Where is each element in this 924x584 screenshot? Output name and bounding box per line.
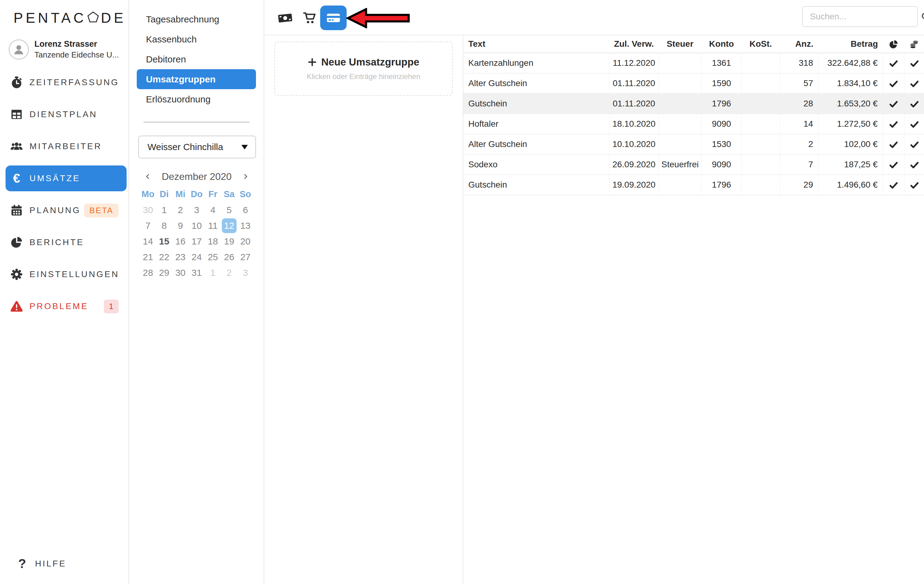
cell-kost: [741, 175, 780, 195]
calendar-next-button[interactable]: [238, 170, 254, 183]
cell-konto: 9090: [701, 154, 741, 175]
cell-text: Sodexo: [464, 154, 609, 175]
toolbar: [264, 0, 924, 35]
sidebar-item-dienstplan[interactable]: DIENSTPLAN: [5, 101, 127, 127]
calendar-day[interactable]: 17: [189, 233, 205, 249]
cash-payments-button[interactable]: [272, 5, 298, 30]
problem-count-badge: 1: [104, 299, 119, 313]
calendar-day[interactable]: 19: [221, 233, 237, 249]
calendar-day-selected[interactable]: 12: [221, 218, 237, 233]
submenu-list: TagesabrechnungKassenbuchDebitorenUmsatz…: [129, 9, 264, 109]
calendar-prev-button[interactable]: [140, 170, 156, 183]
sidebar-item-probleme[interactable]: PROBLEME1: [5, 293, 127, 319]
table-row[interactable]: Alter Gutschein10.10.202015302102,00 €: [464, 134, 924, 154]
table-row[interactable]: Gutschein01.11.20201796281.653,20 €: [464, 93, 924, 114]
calendar-day[interactable]: 2: [172, 202, 189, 218]
calendar-day[interactable]: 6: [237, 202, 254, 218]
sidebar-item-planung[interactable]: PLANUNGBETA: [5, 197, 127, 223]
cell-booked: [904, 73, 924, 93]
cell-zul_verw: 18.10.2020: [609, 114, 658, 134]
pentagon-icon: [86, 10, 100, 24]
cell-text: Gutschein: [464, 175, 609, 195]
sidebar-item-label: BERICHTE: [30, 237, 84, 247]
submenu-item-erloszuordnung[interactable]: Erlöszuordnung: [137, 89, 256, 109]
table-row[interactable]: Hoftaler18.10.20209090141.272,50 €: [464, 114, 924, 134]
cell-text: Alter Gutschein: [464, 134, 609, 154]
calendar-day[interactable]: 3: [189, 202, 205, 218]
calendar-day[interactable]: 28: [140, 265, 156, 280]
calendar-day[interactable]: 2: [221, 265, 237, 280]
sidebar-item-berichte[interactable]: BERICHTE: [5, 230, 127, 255]
new-umsatzgruppe-dropzone[interactable]: Neue Umsatzgruppe Klicken oder Einträge …: [274, 41, 453, 96]
check-icon: [910, 99, 919, 108]
calendar-day[interactable]: 29: [156, 265, 172, 280]
cart-button[interactable]: [297, 5, 322, 30]
weekday-label: So: [237, 186, 254, 202]
submenu-item-kassenbuch[interactable]: Kassenbuch: [137, 29, 256, 49]
table-row[interactable]: Gutschein19.09.20201796291.496,60 €: [464, 175, 924, 195]
calendar-day[interactable]: 30: [172, 265, 189, 280]
calendar-day[interactable]: 8: [156, 218, 172, 233]
calendar-day[interactable]: 30: [140, 202, 156, 218]
table-row[interactable]: Sodexo26.09.2020Steuerfrei90907187,25 €: [464, 154, 924, 175]
cell-konto: 1796: [701, 175, 741, 195]
calendar-day[interactable]: 5: [221, 202, 237, 218]
calendar-day[interactable]: 1: [205, 265, 221, 280]
money-bill-icon: [277, 12, 293, 24]
column-header-betrag: Betrag: [818, 35, 883, 53]
search-icon[interactable]: [921, 12, 924, 21]
column-header-text: Text: [464, 35, 609, 53]
calendar-day[interactable]: 16: [172, 233, 189, 249]
calendar-day[interactable]: 4: [205, 202, 221, 218]
sidebar-item-mitarbeiter[interactable]: MITARBEITER: [5, 134, 127, 159]
submenu-item-debitoren[interactable]: Debitoren: [137, 49, 256, 69]
submenu-item-tagesabrechnung[interactable]: Tagesabrechnung: [137, 9, 256, 29]
umsatz-table-pane: TextZul. Verw.SteuerKontoKoSt.Anz.Betrag…: [464, 35, 924, 584]
annotation-arrow-left-icon: [346, 8, 411, 28]
calendar-day[interactable]: 15: [156, 233, 172, 249]
cell-kost: [741, 73, 780, 93]
table-row[interactable]: Alter Gutschein01.11.20201590571.834,10 …: [464, 73, 924, 93]
check-icon: [910, 58, 919, 68]
group-select[interactable]: Weisser Chinchilla: [138, 136, 256, 158]
calendar-day[interactable]: 18: [205, 233, 221, 249]
calendar-day[interactable]: 27: [237, 249, 254, 265]
calendar-day[interactable]: 7: [140, 218, 156, 233]
calendar-day[interactable]: 1: [156, 202, 172, 218]
cell-betrag: 1.272,50 €: [818, 114, 883, 134]
calendar-day[interactable]: 9: [172, 218, 189, 233]
table-header-row: TextZul. Verw.SteuerKontoKoSt.Anz.Betrag: [464, 35, 924, 53]
calendar-day[interactable]: 21: [140, 249, 156, 265]
sidebar-item-label: PROBLEME: [30, 301, 89, 311]
sidebar-item-zeiterfassung[interactable]: ZEITERFASSUNG: [5, 69, 127, 95]
card-payments-button-selected[interactable]: [320, 5, 346, 30]
calendar-day[interactable]: 22: [156, 249, 172, 265]
calendar-day[interactable]: 14: [140, 233, 156, 249]
calendar-day[interactable]: 3: [237, 265, 254, 280]
calendar-day[interactable]: 20: [237, 233, 254, 249]
cell-anz: 318: [780, 53, 818, 73]
cell-booked: [904, 53, 924, 73]
table-row[interactable]: Kartenzahlungen11.12.20201361318322.642,…: [464, 53, 924, 73]
calendar-day[interactable]: 13: [237, 218, 254, 233]
calendar-day[interactable]: 10: [189, 218, 205, 233]
calendar-day[interactable]: 31: [189, 265, 205, 280]
user-profile[interactable]: Lorenz Strasser Tanzende Eidechse U...: [8, 39, 119, 60]
search-input[interactable]: [810, 12, 921, 22]
submenu-item-umsatzgruppen[interactable]: Umsatzgruppen: [137, 69, 256, 89]
calendar-day[interactable]: 23: [172, 249, 189, 265]
calendar-day[interactable]: 11: [205, 218, 221, 233]
cell-zul_verw: 01.11.2020: [609, 73, 658, 93]
sidebar-item-umsatze[interactable]: €UMSÄTZE: [5, 165, 127, 191]
calendar-day[interactable]: 25: [205, 249, 221, 265]
cell-betrag: 1.653,20 €: [818, 93, 883, 114]
cell-zul_verw: 19.09.2020: [609, 175, 658, 195]
check-icon: [889, 58, 898, 68]
calendar-day[interactable]: 26: [221, 249, 237, 265]
user-name: Lorenz Strasser: [35, 39, 119, 50]
cell-evaluated: [883, 154, 904, 175]
sidebar-item-hilfe[interactable]: ? HILFE: [11, 551, 66, 577]
sidebar-item-einstellungen[interactable]: EINSTELLUNGEN: [5, 261, 127, 287]
sidebar-item-label: PLANUNG: [30, 205, 81, 215]
calendar-day[interactable]: 24: [189, 249, 205, 265]
